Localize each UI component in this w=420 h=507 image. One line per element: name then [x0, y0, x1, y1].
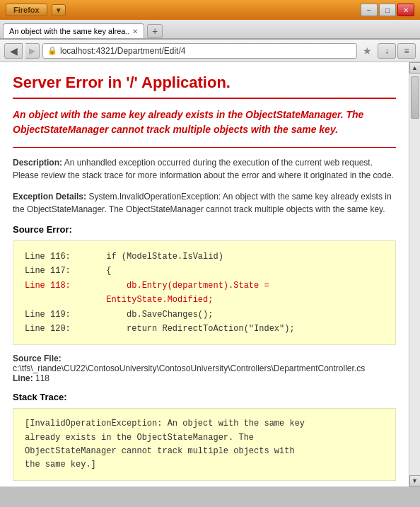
- address-bar[interactable]: 🔒 localhost:4321/Department/Edit/4: [42, 43, 357, 59]
- line-number: 118: [35, 373, 49, 383]
- server-error-title: Server Error in '/' Application.: [13, 74, 396, 99]
- navigation-bar: ◀ ▶ 🔒 localhost:4321/Department/Edit/4 ★…: [0, 40, 420, 62]
- source-file-path: c:\tfs\_riande\CU22\ContosoUniversity\Co…: [13, 363, 365, 373]
- code-line-119: Line 119: db.SaveChanges();: [25, 308, 384, 322]
- description-label: Description:: [13, 158, 62, 168]
- source-file-label: Source File:: [13, 354, 62, 363]
- menu-button[interactable]: ≡: [397, 43, 416, 59]
- firefox-menu-arrow[interactable]: ▼: [52, 4, 66, 16]
- stack-trace-heading: Stack Trace:: [13, 392, 396, 402]
- tab-label: An object with the same key alrea...: [9, 27, 129, 35]
- code-block: Line 116: if (ModelState.IsValid) Line 1…: [13, 240, 396, 345]
- error-message: An object with the same key already exis…: [13, 107, 396, 137]
- url-display: localhost:4321/Department/Edit/4: [60, 46, 185, 56]
- tab-close-icon[interactable]: ✕: [132, 28, 138, 35]
- maximize-button[interactable]: □: [379, 4, 396, 16]
- content-area: Server Error in '/' Application. An obje…: [0, 62, 420, 486]
- code-line-116: Line 116: if (ModelState.IsValid): [25, 250, 384, 264]
- scroll-thumb[interactable]: [411, 76, 419, 119]
- page-content: Server Error in '/' Application. An obje…: [0, 62, 409, 486]
- exception-details: Exception Details: System.InvalidOperati…: [13, 190, 396, 216]
- code-line-117: Line 117: {: [25, 264, 384, 278]
- firefox-menu-button[interactable]: Firefox: [6, 4, 47, 16]
- source-error-heading: Source Error:: [13, 224, 396, 235]
- address-icon: 🔒: [47, 46, 57, 55]
- code-line-118: Line 118: db.Entry(department).State = E…: [25, 279, 384, 308]
- scrollbar: ▲ ▼: [409, 62, 420, 486]
- titlebar: Firefox ▼ − □ ✕: [0, 0, 420, 20]
- exception-label: Exception Details:: [13, 192, 86, 202]
- line-label: Line:: [13, 373, 33, 383]
- source-file: Source File: c:\tfs\_riande\CU22\Contoso…: [13, 354, 396, 383]
- scroll-track[interactable]: [410, 74, 420, 475]
- back-button[interactable]: ◀: [4, 43, 23, 59]
- description-text: An unhandled exception occurred during t…: [13, 158, 394, 180]
- active-tab[interactable]: An object with the same key alrea... ✕: [3, 23, 144, 38]
- forward-button[interactable]: ▶: [25, 43, 40, 59]
- scroll-down-button[interactable]: ▼: [409, 475, 421, 486]
- tab-bar: An object with the same key alrea... ✕ +: [0, 20, 420, 40]
- minimize-button[interactable]: −: [361, 4, 378, 16]
- divider: [13, 147, 396, 148]
- new-tab-button[interactable]: +: [147, 24, 163, 38]
- stack-trace-block: [InvalidOperationException: An object wi…: [13, 408, 396, 481]
- code-line-120: Line 120: return RedirectToAction("Index…: [25, 322, 384, 336]
- description-block: Description: An unhandled exception occu…: [13, 156, 396, 182]
- browser-window: Firefox ▼ − □ ✕ An object with the same …: [0, 0, 420, 486]
- stack-trace-text: [InvalidOperationException: An object wi…: [25, 419, 305, 470]
- bookmark-star[interactable]: ★: [360, 45, 375, 57]
- downloads-button[interactable]: ↓: [378, 43, 396, 59]
- window-controls: − □ ✕: [359, 4, 414, 16]
- close-button[interactable]: ✕: [397, 4, 414, 16]
- scroll-up-button[interactable]: ▲: [409, 62, 421, 74]
